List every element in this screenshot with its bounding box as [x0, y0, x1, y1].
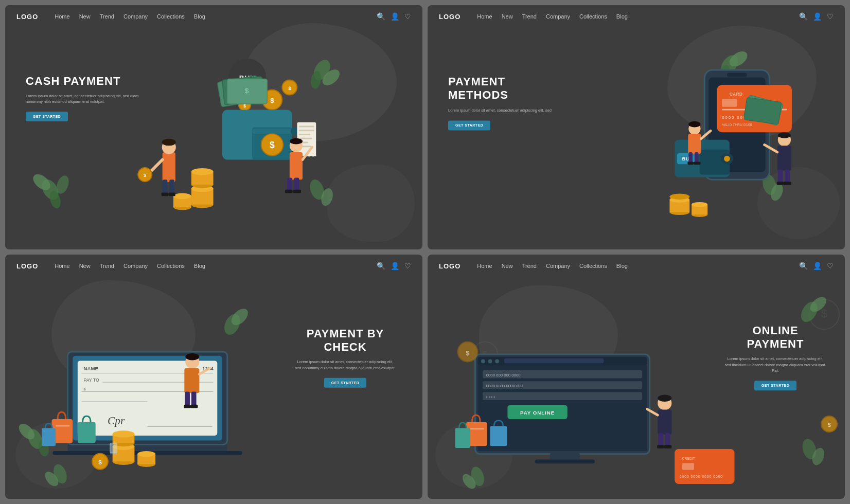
nav-bar-1: LOGO Home New Trend Company Collections … — [5, 5, 422, 28]
svg-rect-71 — [675, 140, 730, 177]
svg-rect-163 — [550, 453, 580, 461]
nav-collections-2[interactable]: Collections — [579, 13, 607, 20]
heart-icon-1[interactable]: ♡ — [404, 12, 411, 21]
heart-icon-4[interactable]: ♡ — [827, 262, 834, 270]
svg-point-197 — [800, 437, 818, 461]
nav-collections-1[interactable]: Collections — [157, 13, 185, 20]
svg-text:1234: 1234 — [202, 366, 214, 371]
svg-rect-55 — [290, 152, 303, 179]
nav-blog-1[interactable]: Blog — [194, 13, 205, 20]
svg-rect-154 — [110, 443, 117, 453]
get-started-btn-4[interactable]: GET STARTED — [754, 381, 796, 390]
svg-point-86 — [669, 209, 689, 215]
svg-point-113 — [228, 305, 251, 328]
search-icon-1[interactable]: 🔍 — [377, 12, 385, 21]
svg-point-7 — [307, 177, 327, 202]
nav-trend-1[interactable]: Trend — [100, 13, 114, 20]
nav-new-2[interactable]: New — [502, 13, 513, 20]
svg-point-2 — [48, 190, 62, 210]
svg-rect-45 — [163, 152, 175, 182]
nav-new-1[interactable]: New — [79, 13, 91, 20]
nav-blog-4[interactable]: Blog — [616, 263, 628, 269]
nav-new-3[interactable]: New — [79, 263, 91, 269]
nav-new-4[interactable]: New — [502, 263, 513, 269]
heart-icon-3[interactable]: ♡ — [404, 262, 411, 270]
svg-point-102 — [778, 132, 791, 138]
nav-bar-2: LOGO Home New Trend Company Collections … — [428, 5, 845, 28]
nav-blog-2[interactable]: Blog — [616, 13, 628, 20]
svg-rect-37 — [191, 189, 214, 205]
svg-point-112 — [221, 312, 243, 337]
svg-rect-40 — [191, 172, 214, 185]
svg-rect-43 — [173, 196, 191, 207]
svg-rect-54 — [168, 192, 175, 196]
nav-trend-2[interactable]: Trend — [522, 13, 537, 20]
search-icon-3[interactable]: 🔍 — [377, 262, 385, 270]
svg-rect-175 — [483, 392, 642, 401]
svg-rect-35 — [299, 146, 311, 147]
heart-icon-2[interactable]: ♡ — [827, 12, 834, 21]
nav-company-1[interactable]: Company — [123, 13, 148, 20]
svg-line-104 — [765, 145, 777, 152]
svg-rect-87 — [669, 200, 689, 212]
user-icon-2[interactable]: 👤 — [813, 12, 822, 21]
svg-point-90 — [692, 212, 707, 217]
nav-collections-3[interactable]: Collections — [157, 263, 185, 269]
bg-blob-3a — [51, 280, 196, 388]
svg-text:PAY ONLINE: PAY ONLINE — [520, 410, 555, 416]
svg-text:$: $ — [466, 349, 470, 357]
svg-line-132 — [199, 368, 209, 374]
svg-point-44 — [173, 193, 191, 199]
nav-company-4[interactable]: Company — [546, 263, 570, 269]
svg-point-144 — [113, 440, 135, 447]
svg-text:$: $ — [821, 308, 827, 320]
get-started-btn-3[interactable]: GET STARTED — [324, 378, 366, 388]
svg-point-39 — [191, 181, 214, 188]
search-icon-4[interactable]: 🔍 — [799, 262, 808, 270]
nav-company-2[interactable]: Company — [546, 13, 570, 20]
panel-online-payment: LOGO Home New Trend Company Collections … — [428, 255, 845, 499]
panel-content-4: ONLINE PAYMENT Lorem ipsum dolor sit ame… — [724, 324, 827, 391]
nav-home-2[interactable]: Home — [477, 13, 492, 20]
get-started-btn-1[interactable]: GET STARTED — [26, 112, 68, 121]
bg-blob-3b — [15, 422, 98, 489]
user-icon-1[interactable]: 👤 — [391, 12, 399, 21]
panel-title-2: PAYMENT METHODS — [448, 75, 566, 102]
svg-rect-97 — [695, 152, 699, 163]
search-icon-2[interactable]: 🔍 — [799, 12, 808, 21]
nav-company-3[interactable]: Company — [123, 263, 148, 269]
svg-rect-81 — [677, 153, 698, 164]
nav-blog-3[interactable]: Blog — [194, 263, 205, 269]
panel-subtitle-4: Lorem ipsum dolor sit amet, consectetuer… — [724, 356, 827, 374]
svg-text:Cpr: Cpr — [108, 415, 125, 427]
svg-point-42 — [173, 204, 191, 210]
user-icon-3[interactable]: 👤 — [391, 262, 399, 270]
nav-collections-4[interactable]: Collections — [579, 263, 607, 269]
svg-rect-145 — [113, 434, 135, 443]
get-started-btn-2[interactable]: GET STARTED — [448, 121, 490, 131]
nav-bar-4: LOGO Home New Trend Company Collections … — [428, 255, 845, 277]
panel-subtitle-2: Lorem ipsum dolor sit amet, consectetuer… — [448, 107, 566, 113]
svg-point-0 — [39, 176, 62, 203]
svg-rect-193 — [682, 463, 694, 470]
svg-point-92 — [692, 202, 707, 207]
nav-home-4[interactable]: Home — [477, 263, 492, 269]
bg-blob-1a — [242, 23, 397, 141]
nav-trend-3[interactable]: Trend — [100, 263, 114, 269]
user-icon-4[interactable]: 👤 — [813, 262, 822, 270]
panel-content-3: PAYMENT BY CHECK Lorem ipsum dolor sit a… — [294, 327, 397, 387]
nav-home-3[interactable]: Home — [55, 263, 69, 269]
nav-home-1[interactable]: Home — [55, 13, 69, 20]
svg-rect-52 — [169, 179, 174, 194]
svg-rect-91 — [692, 205, 707, 214]
nav-icons-1: 🔍 👤 ♡ — [377, 12, 411, 21]
svg-point-149 — [137, 451, 155, 457]
svg-rect-134 — [191, 392, 197, 407]
svg-point-147 — [137, 461, 155, 467]
svg-point-73 — [721, 153, 733, 165]
svg-rect-185 — [657, 445, 664, 448]
nav-trend-4[interactable]: Trend — [522, 263, 537, 269]
svg-rect-51 — [163, 179, 168, 194]
svg-text:$: $ — [828, 422, 831, 428]
svg-rect-98 — [687, 161, 694, 165]
